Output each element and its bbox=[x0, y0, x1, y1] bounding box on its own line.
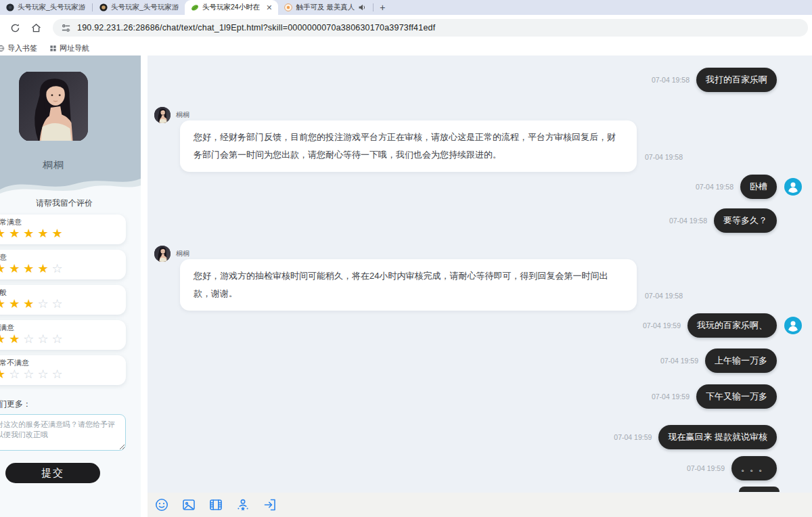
user-bubble: 下午又输一万多 bbox=[696, 384, 777, 409]
timestamp: 07-04 19:59 bbox=[614, 433, 652, 441]
star-row[interactable]: ★★☆☆☆ bbox=[0, 332, 120, 346]
user-message: 07-04 19:58要等多久？ bbox=[154, 208, 803, 233]
message-list: 07-04 19:58我打的百家乐啊桐桐您好，经财务部门反馈，目前您的投注游戏平… bbox=[148, 55, 812, 493]
timestamp: 07-04 19:59 bbox=[643, 321, 681, 330]
image-icon[interactable] bbox=[181, 497, 196, 512]
agent-profile-panel: 桐桐 bbox=[0, 55, 141, 169]
rating-option-5[interactable]: 非常不满意★☆☆☆☆ bbox=[0, 355, 126, 385]
user-message: 07-04 19:58我打的百家乐啊 bbox=[154, 68, 803, 92]
page-content: 桐桐 请帮我留个评价 非常满意★★★★★满意★★★★☆一般★★★☆☆不满意★★☆… bbox=[0, 55, 812, 517]
tab-close-icon[interactable]: ✕ bbox=[266, 3, 272, 12]
rate-agent-icon[interactable] bbox=[235, 497, 250, 512]
star-row[interactable]: ★★★★☆ bbox=[0, 262, 120, 275]
user-message: 07-04 19:59下午又输一万多 bbox=[154, 384, 803, 409]
emoji-icon[interactable] bbox=[154, 497, 169, 512]
new-tab-button[interactable]: + bbox=[380, 3, 385, 12]
gold-circle-favicon bbox=[99, 3, 108, 12]
user-message: 07-04 19:59。。。 bbox=[154, 456, 803, 480]
tab-title: 头号玩家24小时在 bbox=[202, 3, 260, 12]
timestamp: 07-04 19:59 bbox=[687, 464, 725, 472]
rating-label: 满意 bbox=[0, 253, 120, 262]
avatar-placeholder bbox=[784, 351, 803, 370]
video-icon[interactable] bbox=[208, 497, 223, 512]
star-filled-icon[interactable]: ★ bbox=[0, 367, 9, 381]
bookmark-label: 导入书签 bbox=[7, 43, 37, 53]
avatar-placeholder bbox=[784, 387, 803, 406]
panel-divider bbox=[141, 55, 148, 517]
rating-option-4[interactable]: 不满意★★☆☆☆ bbox=[0, 320, 126, 350]
url-field[interactable]: 190.92.231.26:28686/chat/text/chat_1l9Ep… bbox=[53, 19, 808, 37]
reload-icon[interactable] bbox=[9, 22, 21, 34]
tab-audio-icon[interactable] bbox=[358, 3, 366, 12]
rating-option-3[interactable]: 一般★★★☆☆ bbox=[0, 285, 126, 315]
dark-circle-favicon bbox=[6, 3, 14, 12]
user-avatar-icon bbox=[784, 177, 803, 196]
user-bubble: 我玩的百家乐啊、 bbox=[687, 313, 777, 338]
agent-avatar bbox=[19, 71, 88, 141]
star-empty-icon[interactable]: ☆ bbox=[52, 262, 66, 275]
chat-toolbar bbox=[148, 493, 812, 517]
user-avatar-icon bbox=[784, 316, 803, 335]
agent-message: 桐桐您好，经财务部门反馈，目前您的投注游戏平台方正在审核，请放心这是正常的流程，… bbox=[154, 107, 803, 172]
star-filled-icon[interactable]: ★★★ bbox=[0, 297, 37, 311]
tell-us-more-label: 告诉我们更多： bbox=[0, 399, 141, 410]
browser-tab-3[interactable]: 头号玩家24小时在✕ bbox=[185, 0, 278, 15]
user-message: 07-04 19:59上午输一万多 bbox=[154, 349, 803, 373]
user-bubble: 我打的百家乐啊 bbox=[696, 68, 777, 92]
timestamp: 07-04 19:59 bbox=[652, 392, 690, 401]
user-message: 07-04 19:59我玩的百家乐啊、 bbox=[154, 313, 803, 338]
browser-tab-bar: 头号玩家_头号玩家游头号玩家_头号玩家游头号玩家24小时在✕触手可及 最美真人 … bbox=[0, 0, 812, 15]
rating-option-2[interactable]: 满意★★★★☆ bbox=[0, 250, 126, 279]
home-icon[interactable] bbox=[30, 22, 42, 34]
feedback-textarea[interactable] bbox=[0, 414, 126, 451]
rating-title: 请帮我留个评价 bbox=[0, 198, 129, 209]
agent-avatar-small bbox=[154, 246, 171, 262]
rating-option-1[interactable]: 非常满意★★★★★ bbox=[0, 215, 126, 244]
user-bubble: 现在赢回来 提款就说审核 bbox=[658, 425, 777, 449]
user-bubble: 卧槽 bbox=[740, 175, 777, 199]
bookmark-item-2[interactable]: 网址导航 bbox=[49, 43, 89, 53]
star-filled-icon[interactable]: ★★★★ bbox=[0, 262, 52, 275]
rating-label: 一般 bbox=[0, 288, 120, 297]
bookmark-item-1[interactable]: 导入书签 bbox=[0, 43, 37, 53]
tab-separator bbox=[92, 3, 93, 12]
exit-icon[interactable] bbox=[263, 497, 277, 512]
agent-name: 桐桐 bbox=[176, 249, 189, 258]
timestamp: 07-04 19:58 bbox=[696, 183, 734, 191]
chat-panel: 07-04 19:58我打的百家乐啊桐桐您好，经财务部门反馈，目前您的投注游戏平… bbox=[148, 55, 812, 517]
grid-icon bbox=[49, 45, 57, 52]
user-bubble: 要等多久？ bbox=[714, 208, 777, 233]
browser-window: 头号玩家_头号玩家游头号玩家_头号玩家游头号玩家24小时在✕触手可及 最美真人 … bbox=[0, 0, 812, 517]
star-empty-icon[interactable]: ☆☆☆ bbox=[23, 332, 66, 346]
url-text[interactable]: 190.92.231.26:28686/chat/text/chat_1l9Ep… bbox=[77, 23, 435, 32]
star-empty-icon[interactable]: ☆☆ bbox=[37, 297, 66, 311]
browser-tab-1[interactable]: 头号玩家_头号玩家游 bbox=[0, 0, 91, 15]
star-empty-icon[interactable]: ☆☆☆☆ bbox=[9, 367, 66, 381]
star-filled-icon[interactable]: ★★ bbox=[0, 332, 23, 346]
tab-title: 头号玩家_头号玩家游 bbox=[18, 3, 85, 12]
avatar-placeholder bbox=[784, 428, 803, 447]
avatar-placeholder bbox=[784, 459, 803, 478]
agent-message-row: 您好，经财务部门反馈，目前您的投注游戏平台方正在审核，请放心这是正常的流程，平台… bbox=[180, 120, 683, 172]
star-row[interactable]: ★☆☆☆☆ bbox=[0, 367, 120, 381]
star-filled-icon[interactable]: ★★★★★ bbox=[0, 227, 66, 240]
timestamp: 07-04 19:58 bbox=[652, 76, 690, 84]
orange-circle-favicon bbox=[284, 3, 292, 12]
timestamp: 07-04 19:58 bbox=[645, 153, 683, 172]
agent-message-row: 您好，游戏方的抽检审核时间可能稍久，将在24小时内审核完成，请耐心等待即可，得到… bbox=[180, 259, 683, 311]
user-message: 07-04 19:59现在赢回来 提款就说审核 bbox=[154, 425, 803, 449]
globe-icon bbox=[0, 45, 5, 52]
browser-tab-2[interactable]: 头号玩家_头号玩家游 bbox=[93, 0, 185, 15]
agent-bubble: 您好，经财务部门反馈，目前您的投注游戏平台方正在审核，请放心这是正常的流程，平台… bbox=[180, 120, 637, 172]
sidebar-wave bbox=[0, 169, 141, 196]
bookmarks-bar: 导入书签网址导航 bbox=[0, 41, 812, 55]
star-row[interactable]: ★★★☆☆ bbox=[0, 297, 120, 311]
site-settings-icon[interactable] bbox=[61, 23, 71, 33]
star-row[interactable]: ★★★★★ bbox=[0, 227, 120, 240]
avatar-placeholder bbox=[784, 70, 803, 89]
user-message: 07-04 19:58卧槽 bbox=[154, 175, 803, 199]
timestamp: 07-04 19:58 bbox=[645, 292, 683, 311]
tab-title: 头号玩家_头号玩家游 bbox=[111, 3, 179, 12]
submit-button[interactable]: 提交 bbox=[5, 463, 100, 483]
browser-tab-4[interactable]: 触手可及 最美真人 bbox=[278, 0, 372, 15]
